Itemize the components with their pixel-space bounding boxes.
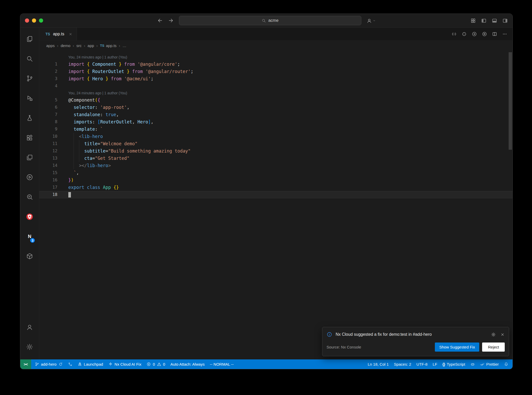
open-changes-icon[interactable] (451, 31, 457, 37)
activity-search[interactable] (20, 49, 39, 69)
activity-run-debug[interactable] (20, 88, 39, 108)
line-number: 9 (39, 126, 57, 133)
notification-close-icon[interactable] (500, 332, 505, 337)
breadcrumb-item[interactable]: src (76, 43, 82, 48)
reject-button[interactable]: Reject (482, 343, 505, 352)
toggle-panel-icon[interactable] (492, 18, 497, 23)
typescript-file-icon: TS (100, 44, 104, 48)
chevron-down-icon (373, 19, 376, 22)
code-line-11: 11 title="Welcmoe demo" (39, 140, 513, 147)
editor-group: TS app.ts apps›demo›src›app›TSapp.ts›… Y… (39, 28, 513, 359)
line-number: 5 (39, 96, 57, 104)
tab-app-ts[interactable]: TS app.ts (39, 28, 77, 41)
status-auto-attach[interactable]: Auto Attach: Always (168, 359, 207, 369)
line-number: 12 (39, 147, 57, 155)
toggle-primary-sidebar-icon[interactable] (481, 18, 487, 23)
status-language-mode[interactable]: {}TypeScript (440, 359, 468, 369)
activity-extensions[interactable] (20, 128, 39, 148)
notification-message: Nx Cloud suggested a fix for demo:test i… (336, 332, 432, 337)
vscode-window: acme N3 TS app.ts apps›demo›src› (20, 14, 513, 369)
activity-runner[interactable] (20, 167, 39, 187)
title-bar: acme (20, 14, 513, 28)
code-line-9: 9 template: ` (39, 126, 513, 133)
run-below-icon[interactable] (472, 31, 477, 37)
activity-search-editor[interactable] (20, 187, 39, 207)
status-branch[interactable]: add-hero (32, 359, 65, 369)
status-prettier[interactable]: Prettier (477, 359, 501, 369)
breadcrumb-item[interactable]: demo (61, 43, 71, 48)
code-line-14: 14 ></lib-hero> (39, 162, 513, 169)
code-line-18: 18 (39, 191, 513, 198)
layout-controls (376, 18, 508, 23)
minimize-window-button[interactable] (32, 18, 36, 23)
breadcrumb-item[interactable]: TSapp.ts (100, 43, 117, 48)
back-icon[interactable] (157, 18, 163, 23)
activity-angular[interactable] (20, 207, 39, 227)
line-number: 15 (39, 169, 57, 176)
status-remote-indicator[interactable]: >< (20, 359, 31, 369)
notification-settings-icon[interactable] (491, 332, 496, 337)
breadcrumb-separator: › (57, 43, 58, 48)
code-line-16: 16}) (39, 176, 513, 184)
line-number: 18 (39, 191, 57, 198)
status-eol[interactable]: LF (430, 359, 440, 369)
line-number: 4 (39, 82, 57, 90)
run-file-icon[interactable] (482, 31, 487, 37)
breadcrumb: apps›demo›src›app›TSapp.ts›… (39, 41, 513, 50)
code-line-7: 7 standalone: true, (39, 111, 513, 118)
status-indentation[interactable]: Spaces: 2 (391, 359, 414, 369)
customize-layout-icon[interactable] (470, 18, 476, 23)
toggle-secondary-sidebar-icon[interactable] (502, 18, 508, 23)
code-line-5: 5@Component({ (39, 96, 513, 104)
status-vim-mode[interactable]: -- NORMAL -- (207, 359, 236, 369)
zoom-window-button[interactable] (39, 18, 43, 23)
status-nx-cloud-ai-fix[interactable]: Nx Cloud AI Fix (106, 359, 144, 369)
status-encoding[interactable]: UTF-8 (414, 359, 430, 369)
activity-testing[interactable] (20, 108, 39, 128)
more-actions-icon[interactable] (502, 31, 507, 37)
profile-menu[interactable] (367, 18, 376, 23)
status-copilot[interactable] (468, 359, 477, 369)
line-number: 11 (39, 140, 57, 147)
scrollbar[interactable] (509, 52, 512, 150)
line-number: 14 (39, 162, 57, 169)
command-center-search[interactable]: acme (179, 16, 361, 25)
line-number: 7 (39, 111, 57, 118)
text-cursor (68, 192, 71, 198)
activity-settings[interactable] (20, 337, 39, 357)
activity-containers[interactable] (20, 246, 39, 266)
line-number: 2 (39, 68, 57, 75)
split-editor-icon[interactable] (492, 31, 497, 37)
tab-label: app.ts (53, 32, 64, 36)
file-annotations-icon[interactable] (462, 31, 467, 37)
line-number: 13 (39, 155, 57, 162)
code-line-8: 8 imports: [RouterOutlet, Hero], (39, 118, 513, 126)
code-line-6: 6 selector: 'app-root', (39, 104, 513, 111)
status-notifications-bell[interactable] (501, 359, 511, 369)
activity-remote-explorer[interactable] (20, 148, 39, 167)
status-launchpad[interactable]: Launchpad (75, 359, 106, 369)
close-tab-icon[interactable] (69, 32, 72, 36)
search-value: acme (268, 18, 278, 23)
nx-badge: 3 (30, 238, 35, 243)
forward-icon[interactable] (168, 18, 174, 23)
show-suggested-fix-button[interactable]: Show Suggested Fix (435, 343, 480, 352)
activity-source-control[interactable] (20, 69, 39, 88)
breadcrumb-item[interactable]: apps (46, 43, 55, 48)
notification-source: Source: Nx Console (327, 345, 361, 349)
code-line-17: 17export class App {} (39, 184, 513, 191)
activity-nx-console[interactable]: N3 (20, 227, 39, 246)
status-cursor-position[interactable]: Ln 18, Col 1 (365, 359, 391, 369)
close-window-button[interactable] (25, 18, 29, 23)
breadcrumb-item[interactable]: app (88, 43, 94, 48)
status-bar: ><add-heroLaunchpadNx Cloud AI Fix00Auto… (20, 359, 513, 369)
status-problems[interactable]: 00 (144, 359, 168, 369)
breadcrumb-separator: › (96, 43, 98, 48)
code-editor[interactable]: You, 24 minutes ago | 1 author (You)1imp… (39, 50, 513, 359)
activity-accounts[interactable] (20, 317, 39, 337)
breadcrumb-item[interactable]: … (123, 43, 127, 48)
status-commit-graph[interactable] (65, 359, 75, 369)
line-number: 8 (39, 118, 57, 126)
search-icon (262, 18, 266, 23)
activity-explorer[interactable] (20, 29, 39, 49)
